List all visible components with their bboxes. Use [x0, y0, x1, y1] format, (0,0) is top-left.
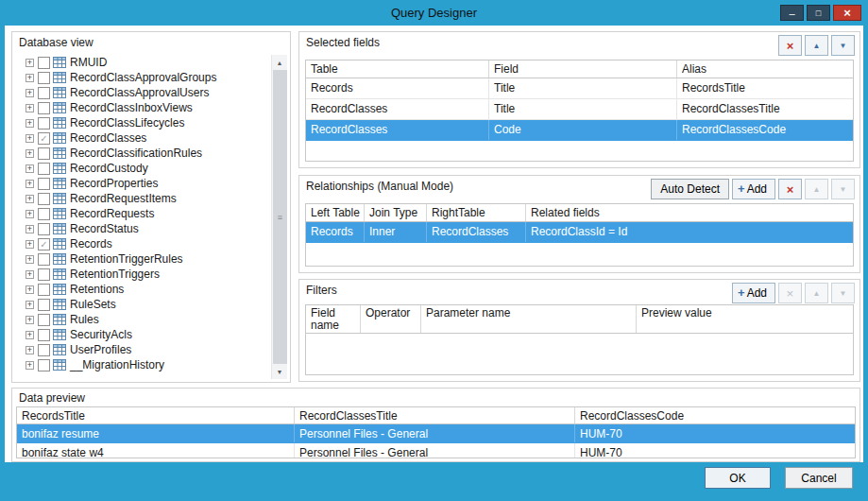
tree-item[interactable]: + Retentions [15, 282, 271, 297]
table-checkbox[interactable] [38, 284, 50, 296]
scrollbar-thumb[interactable]: ≡ [273, 70, 287, 364]
expand-icon[interactable]: + [26, 134, 34, 143]
table-checkbox[interactable] [38, 117, 50, 130]
move-field-down-button[interactable]: ▼ [831, 35, 855, 56]
tree-item[interactable]: + ✓ RecordClasses [15, 130, 271, 146]
tree-item[interactable]: + RecordClassificationRules [15, 146, 271, 161]
table-row[interactable]: RecordClasses Title RecordClassesTitle [306, 99, 853, 120]
tree-item[interactable]: + UserProfiles [15, 342, 271, 357]
expand-icon[interactable]: + [26, 285, 34, 294]
delete-relationship-button[interactable]: × [778, 179, 802, 199]
tree-item[interactable]: + RuleSets [15, 297, 271, 312]
minimize-button[interactable]: – [780, 5, 804, 21]
tree-item[interactable]: + RecordClassLifecycles [15, 115, 271, 130]
expand-icon[interactable]: + [26, 346, 34, 354]
scroll-down-icon[interactable]: ▼ [272, 364, 287, 379]
tree-item[interactable]: + RetentionTriggerRules [15, 251, 271, 267]
tree-scrollbar[interactable]: ▲ ≡ ▼ [271, 55, 287, 379]
move-relationship-down-button[interactable]: ▼ [831, 179, 855, 199]
titlebar[interactable]: Query Designer – □ × [0, 0, 868, 26]
table-row[interactable]: bonifaz state w4 Personnel Files - Gener… [17, 443, 855, 458]
table-checkbox[interactable] [38, 223, 50, 235]
table-icon [53, 102, 66, 113]
expand-icon[interactable]: + [26, 270, 34, 279]
tree-item[interactable]: + RecordClassApprovalGroups [15, 70, 271, 85]
table-icon [53, 132, 66, 144]
tree-item[interactable]: + RecordCustody [15, 161, 271, 176]
move-filter-up-button[interactable]: ▲ [805, 283, 828, 303]
table-row-selected[interactable]: Records Inner RecordClasses RecordClassI… [306, 222, 853, 243]
expand-icon[interactable]: + [26, 149, 34, 158]
table-checkbox[interactable] [38, 72, 50, 84]
tree-item[interactable]: + RecordProperties [15, 176, 271, 191]
dialog-body: Database view + RMUID + RecordClassAppro… [5, 26, 863, 462]
expand-icon[interactable]: + [26, 180, 34, 188]
table-checkbox[interactable] [38, 57, 50, 69]
expand-icon[interactable]: + [26, 119, 34, 128]
ok-button[interactable]: OK [705, 467, 771, 489]
expand-icon[interactable]: + [26, 195, 34, 203]
table-checkbox[interactable]: ✓ [38, 238, 50, 250]
expand-icon[interactable]: + [26, 74, 34, 82]
relationships-grid: Left Table Join Type RightTable Related … [305, 203, 854, 267]
tree-item[interactable]: + RecordStatus [15, 221, 271, 236]
table-checkbox[interactable]: ✓ [38, 132, 50, 145]
tree-item[interactable]: + __MigrationHistory [15, 357, 271, 372]
expand-icon[interactable]: + [26, 225, 34, 233]
expand-icon[interactable]: + [26, 316, 34, 324]
table-icon [53, 359, 66, 371]
table-checkbox[interactable] [38, 87, 50, 99]
tree-item[interactable]: + RMUID [15, 55, 271, 70]
table-checkbox[interactable] [38, 147, 50, 160]
expand-icon[interactable]: + [26, 210, 34, 218]
add-relationship-button[interactable]: +Add [732, 179, 775, 199]
expand-icon[interactable]: + [26, 255, 34, 264]
tree-item[interactable]: + RecordRequests [15, 206, 271, 221]
close-button[interactable]: × [833, 5, 861, 21]
table-row[interactable]: Records Title RecordsTitle [306, 78, 853, 99]
table-row-selected[interactable]: RecordClasses Code RecordClassesCode [306, 120, 853, 141]
table-checkbox[interactable] [38, 163, 50, 175]
table-checkbox[interactable] [38, 268, 50, 281]
expand-icon[interactable]: + [26, 361, 34, 370]
auto-detect-button[interactable]: Auto Detect [651, 179, 729, 199]
window-controls: – □ × [780, 5, 861, 21]
table-checkbox[interactable] [38, 314, 50, 326]
tree-item[interactable]: + RecordClassInboxViews [15, 100, 271, 115]
table-checkbox[interactable] [38, 193, 50, 205]
delete-field-button[interactable]: × [778, 35, 802, 56]
table-checkbox[interactable] [38, 253, 50, 266]
table-checkbox[interactable] [38, 359, 50, 371]
plus-icon: + [738, 184, 745, 194]
table-checkbox[interactable] [38, 102, 50, 114]
expand-icon[interactable]: + [26, 104, 34, 112]
table-checkbox[interactable] [38, 208, 50, 220]
move-field-up-button[interactable]: ▲ [805, 35, 828, 56]
move-relationship-up-button[interactable]: ▲ [805, 179, 828, 199]
scroll-up-icon[interactable]: ▲ [272, 55, 287, 70]
move-filter-down-button[interactable]: ▼ [831, 283, 855, 303]
delete-filter-button[interactable]: × [778, 283, 802, 303]
tree-item[interactable]: + Rules [15, 312, 271, 327]
table-checkbox[interactable] [38, 344, 50, 356]
expand-icon[interactable]: + [26, 301, 34, 309]
tree-item[interactable]: + RecordClassApprovalUsers [15, 85, 271, 100]
table-checkbox[interactable] [38, 329, 50, 341]
expand-icon[interactable]: + [26, 331, 34, 339]
cancel-button[interactable]: Cancel [785, 467, 853, 489]
tree-item[interactable]: + RecordRequestItems [15, 191, 271, 206]
maximize-button[interactable]: □ [807, 5, 830, 21]
selected-fields-group: Selected fields × ▲ ▼ Table Field Alias … [298, 31, 860, 168]
expand-icon[interactable]: + [26, 89, 34, 97]
expand-icon[interactable]: + [26, 164, 34, 173]
table-row-selected[interactable]: bonifaz resume Personnel Files - General… [17, 424, 855, 443]
column-header-alias: Alias [677, 60, 853, 78]
tree-item[interactable]: + ✓ Records [15, 236, 271, 251]
add-filter-button[interactable]: +Add [732, 283, 775, 303]
table-checkbox[interactable] [38, 299, 50, 311]
tree-item[interactable]: + RetentionTriggers [15, 267, 271, 282]
expand-icon[interactable]: + [26, 240, 34, 249]
expand-icon[interactable]: + [26, 59, 34, 67]
table-checkbox[interactable] [38, 178, 50, 190]
tree-item[interactable]: + SecurityAcls [15, 327, 271, 342]
